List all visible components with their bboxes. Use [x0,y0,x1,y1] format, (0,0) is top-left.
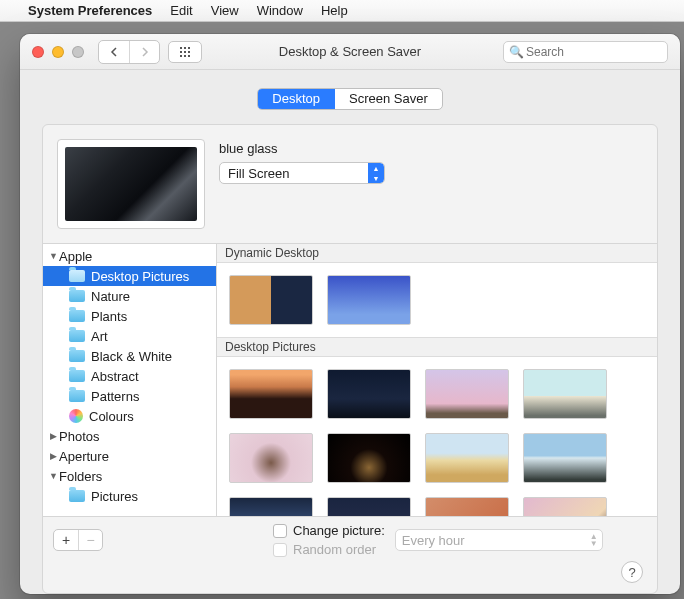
bottom-controls: + − Change picture: Random order Every h… [43,517,657,563]
back-button[interactable] [99,41,129,63]
close-button[interactable] [32,46,44,58]
folder-icon [69,310,85,322]
folder-icon [69,270,85,282]
wallpaper-thumb[interactable] [229,275,313,325]
show-all-button[interactable] [168,41,202,63]
change-interval-value: Every hour [402,533,465,548]
sidebar-item-nature[interactable]: Nature [43,286,216,306]
prefs-window: Desktop & Screen Saver 🔍 Desktop Screen … [20,34,680,594]
tab-segment: Desktop Screen Saver [257,88,442,110]
menu-edit[interactable]: Edit [170,3,192,18]
wallpaper-thumb[interactable] [523,433,607,483]
wallpaper-thumb[interactable] [327,433,411,483]
tab-screensaver[interactable]: Screen Saver [335,89,442,109]
zoom-button[interactable] [72,46,84,58]
wallpaper-thumb[interactable] [229,497,313,516]
desktop-panel: blue glass Fill Screen ▲▼ ▼Apple Desktop… [42,124,658,594]
sidebar-item-plants[interactable]: Plants [43,306,216,326]
fit-mode-value: Fill Screen [220,166,368,181]
remove-folder-button[interactable]: − [78,530,102,550]
color-wheel-icon [69,409,83,423]
help-button[interactable]: ? [621,561,643,583]
wallpaper-thumb[interactable] [327,369,411,419]
wallpaper-name: blue glass [219,141,385,156]
sidebar-item-photos[interactable]: ▶Photos [43,426,216,446]
menubar: System Preferences Edit View Window Help [0,0,684,22]
app-menu[interactable]: System Preferences [28,3,152,18]
grid-icon [179,46,191,58]
search-icon: 🔍 [509,45,524,59]
sidebar-item-abstract[interactable]: Abstract [43,366,216,386]
section-dynamic: Dynamic Desktop [217,244,657,263]
sidebar-item-pictures[interactable]: Pictures [43,486,216,506]
sidebar-item-apple[interactable]: ▼Apple [43,246,216,266]
folder-icon [69,370,85,382]
select-stepper-icon: ▲▼ [368,163,384,183]
menu-help[interactable]: Help [321,3,348,18]
wallpaper-thumb[interactable] [425,369,509,419]
preview-image [65,147,197,221]
add-folder-button[interactable]: + [54,530,78,550]
tab-desktop[interactable]: Desktop [258,89,335,109]
forward-button[interactable] [129,41,159,63]
search-input[interactable] [503,41,668,63]
menu-window[interactable]: Window [257,3,303,18]
wallpaper-thumb[interactable] [229,369,313,419]
sidebar-item-patterns[interactable]: Patterns [43,386,216,406]
wallpaper-thumb[interactable] [327,275,411,325]
wallpaper-thumb[interactable] [425,433,509,483]
change-picture-label: Change picture: [293,523,385,538]
nav-buttons [98,40,160,64]
wallpaper-thumb[interactable] [327,497,411,516]
sidebar-item-colours[interactable]: Colours [43,406,216,426]
sidebar-item-desktop-pictures[interactable]: Desktop Pictures [43,266,216,286]
sidebar-item-bw[interactable]: Black & White [43,346,216,366]
wallpaper-preview [57,139,205,229]
chevron-up-down-icon: ▲▼ [590,533,598,547]
wallpaper-thumb[interactable] [523,497,607,516]
wallpaper-gallery[interactable]: Dynamic Desktop Desktop Pictures [217,244,657,516]
random-order-label: Random order [293,542,376,557]
folder-icon [69,350,85,362]
search-wrap: 🔍 [503,41,668,63]
random-order-checkbox [273,543,287,557]
content: Desktop Screen Saver blue glass Fill Scr… [20,70,680,599]
source-sidebar[interactable]: ▼Apple Desktop Pictures Nature Plants Ar… [43,244,217,516]
sidebar-item-aperture[interactable]: ▶Aperture [43,446,216,466]
fit-mode-select[interactable]: Fill Screen ▲▼ [219,162,385,184]
folder-icon [69,390,85,402]
section-pictures: Desktop Pictures [217,337,657,357]
sidebar-item-art[interactable]: Art [43,326,216,346]
change-picture-checkbox[interactable] [273,524,287,538]
menu-view[interactable]: View [211,3,239,18]
folder-plus-minus: + − [53,529,103,551]
folder-icon [69,490,85,502]
wallpaper-thumb[interactable] [523,369,607,419]
folder-icon [69,330,85,342]
change-interval-select: Every hour ▲▼ [395,529,603,551]
minimize-button[interactable] [52,46,64,58]
traffic-lights [32,46,84,58]
wallpaper-thumb[interactable] [425,497,509,516]
sidebar-item-folders[interactable]: ▼Folders [43,466,216,486]
folder-icon [69,290,85,302]
titlebar: Desktop & Screen Saver 🔍 [20,34,680,70]
wallpaper-thumb[interactable] [229,433,313,483]
